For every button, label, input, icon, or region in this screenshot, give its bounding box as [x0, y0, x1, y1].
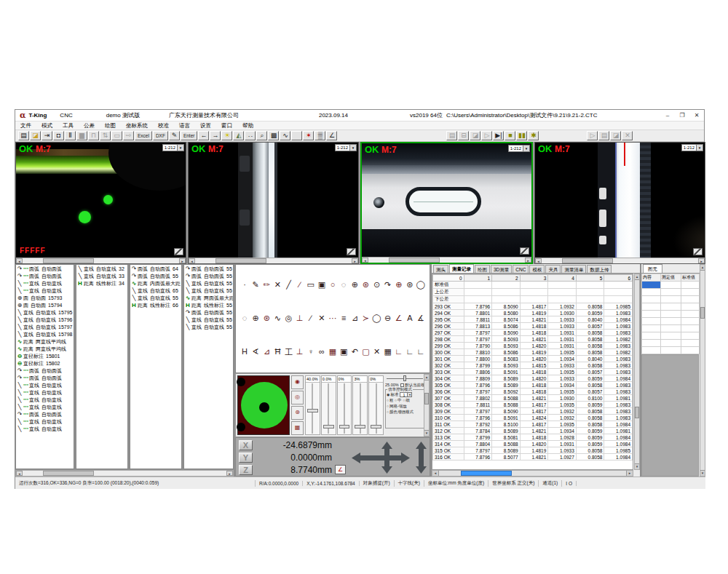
- feature-list-4[interactable]: ↷圆弧自动圆弧55↷圆弧自动圆弧55╲直线自动直线55╲直线自动直线55∿距离两…: [183, 264, 234, 469]
- camera-zoom-select[interactable]: 1-212 ▾: [335, 144, 357, 151]
- tool-icon[interactable]: H: [240, 347, 250, 358]
- tool-b-button[interactable]: ⊓: [88, 131, 99, 140]
- scroll-right-icon[interactable]: ▸: [626, 471, 633, 476]
- camera-grip-icon[interactable]: [174, 248, 183, 255]
- feature-row[interactable]: ╲***直线自动直线: [16, 389, 74, 396]
- table-row[interactable]: 309 OK7.87978.50901.48171.09320.80581.09…: [433, 408, 633, 415]
- feature-row[interactable]: H距离线性标注66: [130, 302, 181, 309]
- feature-row[interactable]: ╲直线自动直线55: [184, 324, 233, 331]
- z-axis-button[interactable]: Z: [239, 465, 253, 475]
- curve-tool-button[interactable]: ∿: [280, 131, 290, 140]
- tool-icon[interactable]: ⊿: [349, 314, 360, 323]
- scroll-thumb[interactable]: [43, 258, 94, 263]
- enter-button[interactable]: Enter: [181, 131, 198, 140]
- menu-item-坐标系统[interactable]: 坐标系统: [121, 122, 153, 129]
- radio-selected-icon[interactable]: ◉: [387, 392, 389, 396]
- feature-row[interactable]: ╲直线自动直线15797: [16, 324, 74, 331]
- scroll-thumb[interactable]: [700, 307, 705, 319]
- radio-icon[interactable]: ○: [395, 398, 397, 402]
- scroll-thumb[interactable]: [424, 393, 429, 404]
- tool-icon[interactable]: ·: [240, 280, 250, 290]
- step-forward-button[interactable]: →: [210, 131, 221, 140]
- tool-icon[interactable]: ∡: [416, 314, 426, 323]
- tab-elements[interactable]: 图元: [643, 264, 662, 273]
- tool-icon[interactable]: ⊕: [394, 280, 404, 290]
- list-item[interactable]: [642, 296, 700, 303]
- table-row[interactable]: 303 OK7.88068.50911.48181.09350.80571.09…: [433, 369, 633, 375]
- tab-绘图[interactable]: 绘图: [475, 265, 490, 273]
- tool-icon[interactable]: ⊿: [261, 347, 272, 358]
- light-toggle-button[interactable]: ☀: [221, 131, 232, 140]
- plot-tool-button[interactable]: ∠: [326, 131, 337, 140]
- ring-light-button-3[interactable]: ⊛: [291, 406, 304, 420]
- feature-row[interactable]: ⊖直径标注15801: [16, 353, 74, 360]
- scroll-left-icon[interactable]: ◂: [189, 258, 195, 263]
- slider-thumb[interactable]: [355, 425, 365, 428]
- feature-row[interactable]: ╲***直线自动直线: [16, 396, 74, 404]
- table-row[interactable]: 302 OK7.87998.50931.48151.09330.80581.09…: [433, 362, 633, 369]
- list-item[interactable]: [642, 289, 700, 296]
- tool-icon[interactable]: ∠: [394, 314, 404, 323]
- tool-icon[interactable]: ▣: [339, 347, 349, 358]
- menu-item-公差[interactable]: 公差: [79, 122, 100, 129]
- scroll-up-icon[interactable]: ▴: [700, 265, 705, 271]
- tool-icon[interactable]: ▦: [328, 347, 338, 358]
- tool-icon[interactable]: ↷: [383, 280, 393, 290]
- radio-icon[interactable]: ○: [387, 404, 389, 408]
- feature-row[interactable]: ↷圆弧自动圆弧55: [184, 266, 233, 273]
- feature-row[interactable]: ╲直线自动直线15795: [16, 309, 74, 316]
- radio-icon[interactable]: ○: [403, 398, 405, 402]
- menu-item-工具[interactable]: 工具: [58, 122, 79, 129]
- radio-icon[interactable]: ○: [387, 410, 389, 414]
- radio-icon[interactable]: ○: [387, 398, 389, 402]
- menu-item-帮助[interactable]: 帮助: [237, 122, 258, 129]
- camera-2[interactable]: OK M:7 1-212 ▾ ◂ ▸: [188, 142, 359, 264]
- light-slider-1[interactable]: 40.0%: [305, 375, 320, 435]
- camera-zoom-select[interactable]: 1-212 ▾: [508, 145, 530, 152]
- table-row[interactable]: 304 OK7.88098.50891.48201.09330.80591.09…: [433, 375, 633, 382]
- tool-icon[interactable]: ∟: [405, 347, 415, 358]
- tool-icon[interactable]: ⋯: [328, 314, 338, 323]
- chevron-down-icon[interactable]: ▾: [523, 146, 529, 151]
- maximize-button[interactable]: ❐: [675, 110, 689, 121]
- camera-2-image[interactable]: [189, 143, 358, 258]
- tool-icon[interactable]: ◌: [339, 280, 349, 290]
- feature-h-scrollbar[interactable]: ◂ ▸: [15, 470, 234, 477]
- camera-1[interactable]: OK M:7 FFFFF 1-212 ▾ ◂ ▸: [15, 142, 186, 264]
- scroll-left-icon[interactable]: ◂: [16, 471, 23, 476]
- list-item[interactable]: [642, 318, 700, 325]
- save-button[interactable]: ▤: [18, 131, 29, 140]
- table-row[interactable]: 301 OK7.88008.50831.48201.09340.80401.09…: [433, 356, 633, 362]
- list-item[interactable]: [642, 340, 700, 347]
- scroll-down-icon[interactable]: ▾: [700, 470, 705, 476]
- stop-button[interactable]: ■: [505, 131, 515, 140]
- camera-grip-icon[interactable]: [347, 248, 356, 255]
- tool-c-button[interactable]: ⇅: [100, 131, 111, 140]
- scroll-thumb[interactable]: [562, 258, 613, 263]
- scroll-thumb-blue[interactable]: [461, 471, 512, 476]
- tool-icon[interactable]: ⊖: [383, 314, 393, 323]
- feature-row[interactable]: ⊕圆自动圆15793: [16, 295, 74, 302]
- excel-export-button[interactable]: Excel: [135, 131, 152, 140]
- camera-grip-icon[interactable]: [520, 247, 529, 255]
- dxf-export-button[interactable]: DXF: [153, 131, 168, 140]
- tool-icon[interactable]: ▣: [317, 280, 327, 290]
- scroll-down-icon[interactable]: ▾: [424, 430, 429, 436]
- table-row[interactable]: 293 OK7.87968.50901.48171.09320.80581.09…: [433, 303, 633, 310]
- menu-item-语言[interactable]: 语言: [174, 122, 195, 129]
- slider-thumb[interactable]: [339, 425, 350, 428]
- feature-row[interactable]: ╲直线自动直线32: [76, 266, 127, 273]
- scroll-thumb[interactable]: [635, 407, 639, 418]
- tool-icon[interactable]: ▭: [306, 280, 316, 290]
- tool-a-button[interactable]: ▆: [76, 131, 87, 140]
- pause-button[interactable]: ▮▮: [516, 131, 527, 140]
- scroll-thumb[interactable]: [389, 258, 440, 263]
- tool-icon[interactable]: ⊛: [261, 314, 272, 323]
- light-joystick[interactable]: [237, 375, 290, 435]
- tool-icon[interactable]: Ħ: [272, 347, 282, 358]
- feature-row[interactable]: H距离线性标注55: [184, 302, 233, 309]
- light-slider-2[interactable]: 0.0%: [321, 375, 336, 435]
- tool-d-button[interactable]: ▭: [111, 131, 122, 140]
- tolerance-row[interactable]: 上公差: [433, 289, 633, 296]
- y-axis-button[interactable]: Y: [239, 453, 253, 463]
